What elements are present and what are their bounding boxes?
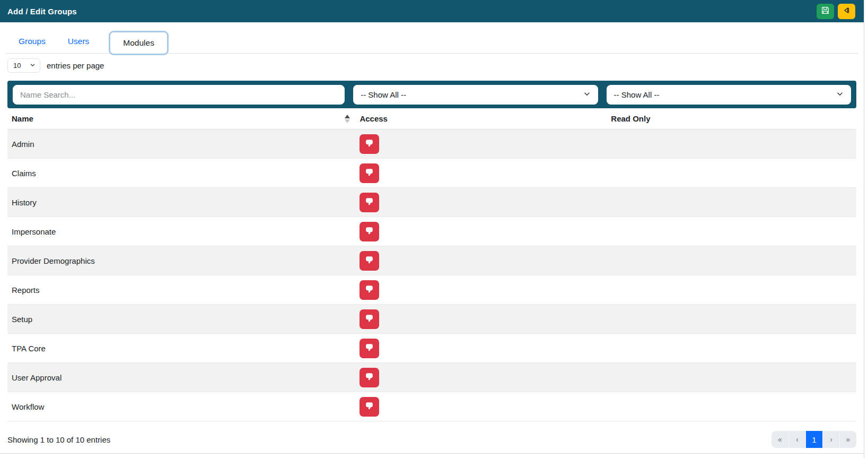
- thumbs-down-icon: [365, 139, 374, 149]
- back-button[interactable]: [838, 4, 855, 19]
- table-row: Setup: [7, 305, 856, 334]
- thumbs-down-icon: [365, 168, 374, 178]
- thumbs-down-icon: [365, 372, 374, 383]
- table-row: Admin: [7, 129, 856, 159]
- module-access-cell: [355, 392, 607, 421]
- access-toggle-button[interactable]: [360, 251, 379, 271]
- chevron-down-icon: [30, 62, 36, 70]
- module-readonly-cell: [607, 363, 856, 392]
- page-button[interactable]: ‹: [788, 431, 805, 448]
- name-search-input[interactable]: [13, 85, 345, 105]
- sort-indicator-icon: [345, 115, 350, 123]
- module-name: TPA Core: [12, 344, 46, 353]
- module-readonly-cell: [607, 392, 856, 421]
- skip-start-icon: [843, 6, 851, 16]
- tab-bar: Groups Users Modules: [7, 22, 856, 54]
- page-title: Add / Edit Groups: [7, 7, 77, 16]
- module-name-cell: TPA Core: [7, 334, 355, 363]
- module-name-cell: Impersonate: [7, 217, 355, 246]
- tab-groups[interactable]: Groups: [7, 37, 57, 54]
- app-panel: Add / Edit Groups: [0, 0, 864, 458]
- module-name: History: [12, 198, 37, 207]
- access-filter-value: -- Show All --: [361, 90, 406, 99]
- thumbs-down-icon: [365, 314, 374, 324]
- module-name: Reports: [12, 286, 40, 295]
- module-name-cell: Setup: [7, 305, 355, 334]
- access-toggle-button[interactable]: [360, 339, 379, 358]
- module-name-cell: Workflow: [7, 392, 355, 421]
- module-access-cell: [355, 363, 607, 392]
- module-name: User Approval: [12, 373, 62, 382]
- module-access-cell: [355, 129, 607, 159]
- column-header-access: Access: [355, 108, 607, 129]
- module-readonly-cell: [607, 188, 856, 217]
- module-readonly-cell: [607, 217, 856, 246]
- main-content: Groups Users Modules 10 entries per page: [0, 22, 864, 448]
- tab-modules[interactable]: Modules: [109, 31, 169, 55]
- module-name-cell: Claims: [7, 159, 355, 188]
- module-name-cell: Admin: [7, 129, 355, 159]
- module-access-cell: [355, 188, 607, 217]
- entries-selected-value: 10: [13, 62, 21, 70]
- table-header-row: Name Access Read Only: [7, 108, 856, 129]
- table-row: TPA Core: [7, 334, 856, 363]
- access-toggle-button[interactable]: [360, 280, 379, 300]
- module-access-cell: [355, 334, 607, 363]
- entries-per-page-label: entries per page: [47, 61, 104, 70]
- pagination: « ‹ 1 › »: [771, 431, 856, 448]
- chevron-down-icon: [583, 90, 591, 99]
- module-name: Admin: [12, 140, 34, 149]
- module-readonly-cell: [607, 246, 856, 275]
- module-readonly-cell: [607, 305, 856, 334]
- module-name-cell: Reports: [7, 275, 355, 305]
- table-row: Impersonate: [7, 217, 856, 246]
- access-toggle-button[interactable]: [360, 309, 379, 329]
- module-readonly-cell: [607, 275, 856, 305]
- thumbs-down-icon: [365, 343, 374, 353]
- entries-row: 10 entries per page: [7, 58, 856, 73]
- entries-per-page-select[interactable]: 10: [7, 58, 40, 73]
- page-button[interactable]: »: [839, 431, 856, 448]
- module-readonly-cell: [607, 334, 856, 363]
- module-access-cell: [355, 159, 607, 188]
- chevron-down-icon: [836, 90, 844, 99]
- thumbs-down-icon: [365, 226, 374, 237]
- page-button[interactable]: «: [771, 431, 788, 448]
- thumbs-down-icon: [365, 284, 374, 295]
- column-header-readonly: Read Only: [607, 108, 856, 129]
- access-toggle-button[interactable]: [360, 163, 379, 183]
- column-header-name[interactable]: Name: [7, 108, 355, 129]
- module-name-cell: History: [7, 188, 355, 217]
- thumbs-down-icon: [365, 197, 374, 208]
- module-name: Claims: [12, 169, 36, 178]
- save-button[interactable]: [817, 4, 834, 19]
- column-header-name-label: Name: [12, 114, 33, 123]
- table-row: Workflow: [7, 392, 856, 421]
- table-row: Claims: [7, 159, 856, 188]
- page-button[interactable]: ›: [822, 431, 839, 448]
- access-toggle-button[interactable]: [360, 134, 379, 154]
- tab-users[interactable]: Users: [57, 37, 100, 54]
- access-toggle-button[interactable]: [360, 368, 379, 387]
- table-row: History: [7, 188, 856, 217]
- panel-inner: Add / Edit Groups: [0, 0, 864, 454]
- module-name-cell: Provider Demographics: [7, 246, 355, 275]
- filter-bar: -- Show All -- -- Show All --: [7, 81, 856, 108]
- table-row: User Approval: [7, 363, 856, 392]
- module-readonly-cell: [607, 159, 856, 188]
- access-toggle-button[interactable]: [360, 193, 379, 212]
- module-access-cell: [355, 275, 607, 305]
- thumbs-down-icon: [365, 401, 374, 412]
- module-name: Workflow: [12, 402, 44, 411]
- module-readonly-cell: [607, 129, 856, 159]
- page-button[interactable]: 1: [805, 431, 822, 448]
- readonly-filter-value: -- Show All --: [614, 90, 660, 99]
- floppy-save-icon: [821, 6, 830, 16]
- module-name: Provider Demographics: [12, 256, 95, 265]
- readonly-filter-select[interactable]: -- Show All --: [607, 85, 851, 105]
- access-toggle-button[interactable]: [360, 397, 379, 417]
- access-filter-select[interactable]: -- Show All --: [353, 85, 598, 105]
- access-toggle-button[interactable]: [360, 222, 379, 241]
- module-access-cell: [355, 246, 607, 275]
- modules-table: Name Access Read Only: [7, 108, 856, 421]
